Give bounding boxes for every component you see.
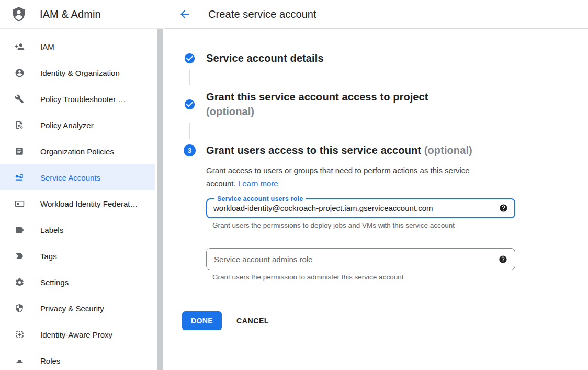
sidebar-item-label: IAM: [40, 42, 54, 51]
sidebar-item-organization-policies[interactable]: Organization Policies: [0, 138, 155, 164]
step-3-title: Grant users access to this service accou…: [206, 143, 472, 158]
sidebar-item-label: Identity-Aware Proxy: [40, 330, 112, 339]
step-connector: [189, 123, 190, 139]
sidebar-item-service-accounts[interactable]: Service Accounts: [0, 164, 155, 190]
step-3-optional-label: (optional): [424, 144, 472, 156]
step-3-title-text: Grant users access to this service accou…: [206, 144, 421, 156]
sidebar-title: IAM & Admin: [40, 8, 101, 20]
step-3-header: 3 Grant users access to this service acc…: [164, 143, 588, 158]
sidebar-item-label: Service Accounts: [40, 173, 100, 182]
sidebar-item-label: Policy Analyzer: [40, 121, 94, 130]
doc-gear-icon: [14, 120, 25, 130]
done-button[interactable]: DONE: [182, 311, 222, 330]
topbar: Create service account: [164, 0, 588, 29]
sidebar-item-label: Privacy & Security: [40, 304, 104, 313]
cancel-button[interactable]: CANCEL: [236, 317, 269, 325]
step-2-title: Grant this service account access to pro…: [206, 89, 468, 119]
sidebar-item-tags[interactable]: Tags: [0, 243, 155, 269]
wizard: Service account details Grant this servi…: [164, 29, 588, 330]
service-account-key-icon: [14, 172, 25, 183]
sidebar-item-label: Identity & Organization: [40, 69, 120, 77]
sidebar-item-policy-troubleshooter[interactable]: Policy Troubleshooter …: [0, 86, 155, 112]
sidebar-item-workload-identity-federation[interactable]: Workload Identity Federat…: [0, 190, 155, 217]
app-window: IAM & Admin IAM Identity & Organization …: [0, 0, 588, 370]
sidebar-scrollbar[interactable]: [157, 29, 163, 370]
page-title: Create service account: [208, 8, 316, 20]
check-circle-icon: [184, 52, 196, 64]
sidebar-item-label: Labels: [40, 226, 63, 234]
help-icon[interactable]: [499, 255, 507, 264]
sidebar-item-iam[interactable]: IAM: [0, 33, 155, 60]
sidebar: IAM & Admin IAM Identity & Organization …: [0, 0, 164, 370]
sidebar-item-identity-organization[interactable]: Identity & Organization: [0, 60, 155, 86]
step-2-title-text: Grant this service account access to pro…: [206, 91, 428, 103]
step-3-description: Grant access to users or groups that nee…: [206, 164, 499, 190]
service-account-users-role-label: Service account users role: [214, 195, 306, 203]
sidebar-header: IAM & Admin: [0, 0, 164, 29]
wizard-actions: DONE CANCEL: [182, 311, 588, 330]
service-account-users-role-input[interactable]: [213, 204, 494, 212]
step-2-header: Grant this service account access to pro…: [164, 89, 588, 119]
sidebar-item-label: Tags: [40, 252, 57, 261]
help-icon[interactable]: [499, 204, 508, 212]
step-1-header: Service account details: [164, 51, 588, 65]
document-icon: [14, 146, 25, 156]
sidebar-item-label: Workload Identity Federat…: [40, 199, 138, 208]
sidebar-item-roles[interactable]: Roles: [0, 347, 155, 370]
service-account-admins-role-field: [206, 248, 515, 270]
step-3-body: Grant access to users or groups that nee…: [164, 164, 588, 281]
service-account-users-role-field: Service account users role: [206, 195, 515, 218]
iam-shield-person-icon: [10, 6, 27, 23]
step-3-number-badge: 3: [184, 144, 196, 156]
tag-arrow-icon: [14, 251, 25, 261]
step-1-title: Service account details: [206, 51, 324, 65]
sidebar-item-identity-aware-proxy[interactable]: Identity-Aware Proxy: [0, 321, 155, 347]
sidebar-item-settings[interactable]: Settings: [0, 269, 155, 295]
sidebar-item-privacy-security[interactable]: Privacy & Security: [0, 295, 155, 321]
gear-icon: [14, 277, 25, 287]
sidebar-nav: IAM Identity & Organization Policy Troub…: [0, 29, 155, 370]
step-connector: [189, 70, 190, 85]
service-account-admins-role-input[interactable]: [214, 255, 493, 264]
sidebar-item-label: Organization Policies: [40, 147, 114, 156]
sidebar-item-policy-analyzer[interactable]: Policy Analyzer: [0, 112, 155, 138]
card-icon: [14, 198, 25, 209]
sidebar-item-label: Policy Troubleshooter …: [40, 95, 126, 104]
label-icon: [14, 225, 25, 235]
sidebar-item-label: Settings: [40, 278, 69, 287]
step-2-optional-label: (optional): [206, 106, 254, 117]
sidebar-item-labels[interactable]: Labels: [0, 217, 155, 243]
users-role-helper-text: Grant users the permissions to deploy jo…: [212, 221, 588, 229]
proxy-grid-icon: [14, 329, 25, 340]
shield-icon: [14, 303, 25, 313]
account-circle-icon: [14, 68, 25, 78]
main-panel: Create service account Service account d…: [164, 0, 588, 370]
wrench-icon: [14, 94, 25, 104]
person-add-icon: [14, 41, 25, 52]
hat-icon: [14, 355, 25, 366]
check-circle-icon: [184, 98, 196, 110]
learn-more-link[interactable]: Learn more: [238, 179, 278, 188]
sidebar-item-label: Roles: [40, 356, 60, 365]
admins-role-helper-text: Grant users the permission to administer…: [212, 273, 588, 281]
arrow-back-icon[interactable]: [178, 8, 191, 20]
